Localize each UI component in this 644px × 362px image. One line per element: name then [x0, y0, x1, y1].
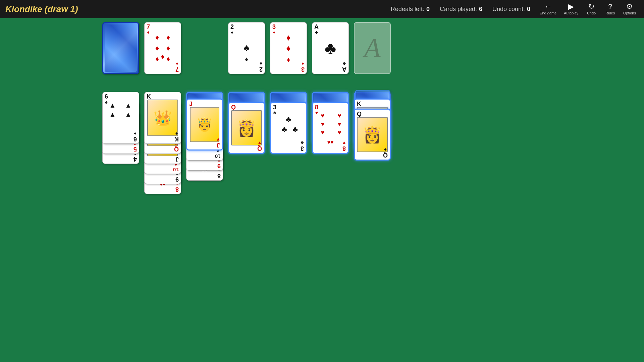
- tableau-2-k[interactable]: K♠ 👑 K♠: [144, 92, 181, 144]
- undo-count-value: 0: [527, 6, 530, 13]
- undo-icon: ↻: [588, 3, 594, 10]
- options-button[interactable]: ⚙ Options: [621, 2, 639, 16]
- rules-icon: ?: [608, 3, 612, 10]
- redeals-label: Redeals left:: [391, 6, 424, 13]
- redeals-stat: Redeals left: 0: [391, 6, 430, 13]
- game-title: Klondike (draw 1): [5, 4, 78, 14]
- tableau-6-8h[interactable]: 8♥ ♥ ♥ ♥ ♥ ♥ ♥ ♥♥ 8♥: [312, 102, 349, 154]
- rules-button[interactable]: ? Rules: [602, 2, 619, 16]
- undo-count-label: Undo count:: [492, 6, 525, 13]
- end-game-icon: ←: [544, 3, 552, 10]
- stats-area: Redeals left: 0 Cards played: 6 Undo cou…: [391, 6, 530, 13]
- waste-card-7d[interactable]: 7 ♦ ♦ ♦ ♦ ♦ ♦ ♦ ♦ 7 ♦: [144, 22, 181, 74]
- redeals-value: 0: [426, 6, 430, 13]
- end-game-button[interactable]: ← End game: [537, 2, 559, 16]
- toolbar: ← End game ▶ Autoplay ↻ Undo ? Rules ⚙ O…: [537, 2, 639, 16]
- autoplay-icon: ▶: [568, 3, 574, 10]
- tableau-1-6s[interactable]: 6♠ ▲ ▲ ▲ ▲ 6♠: [102, 92, 139, 144]
- foundation-1-2s[interactable]: 2 ♠ ♠ ♠ 2 ♠: [228, 22, 265, 74]
- rules-label: Rules: [605, 11, 615, 15]
- game-area: 7 ♦ ♦ ♦ ♦ ♦ ♦ ♦ ♦ 7 ♦ 2 ♠: [0, 18, 644, 362]
- tableau-4-qh[interactable]: Q♥ 👸 Q♥: [228, 102, 265, 154]
- header: Klondike (draw 1) Redeals left: 0 Cards …: [0, 0, 644, 18]
- tableau-5-3c[interactable]: 3♣ ♣ ♣ ♣ 3♣: [270, 102, 307, 154]
- tableau-7-q[interactable]: Q♠ 👸 Q♠: [354, 109, 391, 161]
- tableau-3-j[interactable]: J♥ 🤴 J♥: [186, 99, 223, 150]
- cards-played-stat: Cards played: 6: [440, 6, 482, 13]
- options-icon: ⚙: [626, 3, 633, 10]
- end-game-label: End game: [540, 11, 556, 15]
- undo-count-stat: Undo count: 0: [492, 6, 530, 13]
- options-label: Options: [623, 11, 636, 15]
- autoplay-button[interactable]: ▶ Autoplay: [561, 2, 581, 16]
- autoplay-label: Autoplay: [564, 11, 578, 15]
- undo-label: Undo: [587, 11, 596, 15]
- cards-played-label: Cards played:: [440, 6, 477, 13]
- foundation-3-ac[interactable]: A ♣ ♣ A ♣: [312, 22, 349, 74]
- foundation-2-3d[interactable]: 3 ♦ ♦ ♦ ♦ 3 ♦: [270, 22, 307, 74]
- cards-played-value: 6: [479, 6, 482, 13]
- undo-button[interactable]: ↻ Undo: [583, 2, 600, 16]
